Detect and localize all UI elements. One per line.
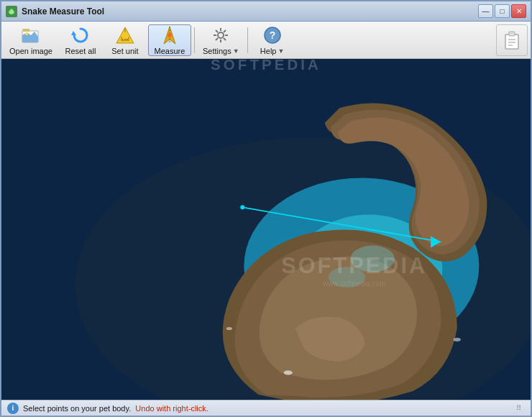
minimize-button[interactable]: — bbox=[478, 4, 493, 18]
svg-line-20 bbox=[216, 38, 218, 40]
title-bar: Snake Measure Tool — □ ✕ bbox=[1, 1, 531, 22]
svg-point-43 bbox=[454, 338, 461, 342]
status-bar: i Select points on your pet body. Undo w… bbox=[1, 400, 531, 416]
settings-icon bbox=[211, 25, 231, 45]
svg-text:SOFTPEDIA: SOFTPEDIA bbox=[281, 253, 427, 278]
toolbar: Open image Reset all cm bbox=[1, 22, 531, 59]
reset-icon bbox=[70, 25, 91, 45]
set-unit-icon: cm bbox=[115, 25, 135, 45]
settings-label: Settings bbox=[203, 47, 231, 55]
status-icon: i bbox=[7, 403, 19, 414]
measure-button[interactable]: Measure bbox=[148, 24, 191, 56]
svg-marker-3 bbox=[71, 31, 76, 35]
clipboard-button[interactable] bbox=[496, 24, 528, 56]
svg-point-2 bbox=[25, 32, 28, 35]
separator-2 bbox=[247, 27, 248, 53]
window-controls: — □ ✕ bbox=[478, 4, 526, 18]
clipboard-icon bbox=[503, 30, 520, 50]
svg-text:?: ? bbox=[269, 29, 275, 41]
settings-dropdown-arrow: ▼ bbox=[233, 47, 239, 55]
measure-label: Measure bbox=[155, 47, 185, 55]
open-image-label: Open image bbox=[9, 47, 52, 55]
island-svg: SOFTPEDIA SOFTPEDIA www.softpedia.com So… bbox=[1, 59, 531, 400]
status-message: Select points on your pet body. Undo wit… bbox=[23, 404, 208, 413]
svg-point-41 bbox=[240, 205, 244, 209]
window-title: Snake Measure Tool bbox=[22, 6, 478, 17]
measure-icon bbox=[160, 25, 180, 45]
svg-rect-1 bbox=[22, 29, 29, 32]
status-normal-text: Select points on your pet body. bbox=[23, 404, 131, 413]
reset-all-button[interactable]: Reset all bbox=[59, 24, 102, 56]
help-button[interactable]: ? Help ▼ bbox=[251, 24, 294, 56]
reset-all-label: Reset all bbox=[65, 47, 96, 55]
help-icon: ? bbox=[262, 25, 283, 45]
close-button[interactable]: ✕ bbox=[511, 4, 526, 18]
svg-rect-23 bbox=[505, 35, 518, 49]
separator-1 bbox=[194, 27, 195, 53]
svg-line-18 bbox=[224, 38, 226, 40]
svg-point-12 bbox=[218, 32, 224, 38]
svg-point-11 bbox=[168, 33, 172, 37]
help-dropdown-arrow: ▼ bbox=[278, 47, 284, 55]
resize-handle[interactable]: ⠿ bbox=[516, 404, 525, 413]
svg-text:www.softpedia.com: www.softpedia.com bbox=[322, 280, 386, 288]
set-unit-label: Set unit bbox=[111, 47, 138, 55]
open-image-button[interactable]: Open image bbox=[4, 24, 58, 56]
help-label: Help bbox=[260, 47, 277, 55]
svg-text:SOFTPEDIA: SOFTPEDIA bbox=[211, 59, 321, 73]
maximize-button[interactable]: □ bbox=[495, 4, 510, 18]
status-action-text: Undo with right-click. bbox=[135, 404, 208, 413]
svg-rect-24 bbox=[509, 32, 515, 36]
svg-text:cm: cm bbox=[122, 37, 129, 42]
open-image-icon bbox=[21, 25, 41, 45]
app-window: Snake Measure Tool — □ ✕ Open image bbox=[0, 0, 532, 417]
svg-line-19 bbox=[224, 30, 226, 32]
svg-point-44 bbox=[226, 327, 232, 330]
svg-point-42 bbox=[284, 370, 293, 375]
app-icon bbox=[6, 6, 17, 17]
svg-line-17 bbox=[216, 30, 218, 32]
set-unit-button[interactable]: cm Set unit bbox=[104, 24, 147, 56]
content-area[interactable]: SOFTPEDIA SOFTPEDIA www.softpedia.com So… bbox=[1, 59, 531, 400]
settings-button[interactable]: Settings ▼ bbox=[198, 24, 244, 56]
